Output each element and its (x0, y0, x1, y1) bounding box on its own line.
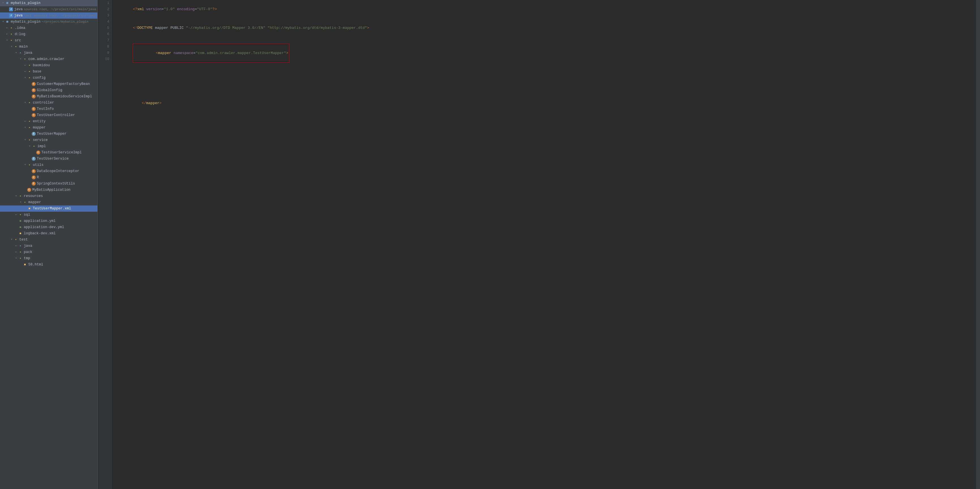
sidebar-item-idea[interactable]: ▪ .idea (0, 25, 97, 31)
code-line-7 (115, 88, 973, 94)
class-icon: C (32, 169, 36, 173)
tree-arrow (1, 19, 5, 25)
sidebar-item-MyBatisBaomidouServiceImpl[interactable]: C MyBatisBaomidouServiceImpl (0, 94, 97, 100)
tree-arrow (14, 50, 18, 56)
folder-icon: ▪ (9, 32, 14, 37)
tree-arrow (10, 44, 14, 49)
folder-icon: ▪ (18, 213, 23, 217)
html-icon: ■ (23, 262, 27, 267)
sidebar-item-MyBatisApplication[interactable]: C MyBatisApplication (0, 187, 97, 193)
sidebar-item-java-test-sources[interactable]: J java test sources root, ~/project/src/… (0, 13, 97, 19)
mapper-label: mapper (33, 125, 46, 130)
code-line-4 (115, 69, 973, 75)
sidebar-item-TestUserServiceImpl[interactable]: C TestUserServiceImpl (0, 149, 97, 156)
sidebar-item-baomidou[interactable]: ▪ baomidou (0, 62, 97, 68)
sidebar-item-test[interactable]: ▪ test (0, 237, 97, 243)
sidebar-item-tmp[interactable]: ▪ tmp (0, 255, 97, 262)
sidebar-item-application-dev-yml[interactable]: ■ application-dev.yml (0, 224, 97, 230)
tree-arrow (23, 125, 27, 130)
sidebar-item-sql[interactable]: ▪ sql (0, 212, 97, 218)
DataScopeInterceptor-label: DataScopeInterceptor (37, 168, 79, 174)
folder-icon: ▪ (27, 138, 32, 142)
sidebar-item-config[interactable]: ▪ config (0, 75, 97, 81)
base-label: base (33, 69, 41, 75)
sidebar-item-GlobalConfig[interactable]: C GlobalConfig (0, 87, 97, 94)
sidebar-item-TestUserController[interactable]: C TestUserController (0, 112, 97, 118)
sidebar-item-src[interactable]: ▪ src (0, 37, 97, 44)
sidebar-item-mapper-res[interactable]: ▪ mapper (0, 199, 97, 205)
sidebar-item-java-sources[interactable]: J java sources root, ~/project/src/main/… (0, 6, 97, 13)
sidebar-item-base[interactable]: ▪ base (0, 68, 97, 75)
xml-val-public: "-//mybatis.org//DTD Mapper 3.0//EN" (186, 26, 266, 30)
sidebar-item-58-html[interactable]: ■ 58.html (0, 262, 97, 268)
sidebar-item-TestUserService[interactable]: I TestUserService (0, 156, 97, 162)
java-test-sources-label: java (14, 13, 23, 18)
tmp-label: tmp (24, 256, 30, 261)
TestUserServiceImpl-label: TestUserServiceImpl (41, 150, 82, 156)
xml-bracket-mapper-close: > (286, 51, 288, 55)
folder-icon: ▪ (18, 256, 23, 260)
sidebar-item-entity[interactable]: ▪ entity (0, 118, 97, 124)
sidebar-item-com-admin-crawler[interactable]: ▪ com.admin.crawler (0, 56, 97, 62)
code-line-9 (115, 113, 973, 119)
yaml-icon: ■ (18, 225, 23, 230)
application-yml-label: application.yml (24, 218, 56, 224)
code-line-6 (115, 81, 973, 88)
idea-label: .idea (15, 25, 25, 31)
TestUserService-label: TestUserService (37, 156, 69, 162)
class-icon: C (32, 95, 36, 98)
sidebar-item-service[interactable]: ▪ service (0, 137, 97, 143)
tree-arrow (14, 243, 18, 249)
sidebar-item-logback-dev-xml[interactable]: ■ logback-dev.xml (0, 230, 97, 237)
sidebar-item-TestUserMapper-xml[interactable]: ■ TestUserMapper.xml (0, 205, 97, 212)
folder-icon: ▪ (27, 69, 32, 74)
sidebar-item-root-module[interactable]: ◼ mybatis_plugin (0, 0, 97, 6)
xml-val-encoding: "UTF-8" (197, 7, 213, 11)
class-icon: C (32, 107, 36, 111)
sidebar-item-R[interactable]: C R (0, 174, 97, 181)
sidebar-item-CustomerMapperFactoryBean[interactable]: C CustomerMapperFactoryBean (0, 81, 97, 87)
folder-icon: ▪ (27, 100, 32, 105)
GlobalConfig-label: GlobalConfig (37, 87, 62, 93)
sidebar-item-java-main[interactable]: ▪ java (0, 50, 97, 56)
folder-icon: ▪ (27, 119, 32, 124)
xml-attr-encoding: encoding (177, 7, 195, 11)
code-area[interactable]: <?xml version="1.0" encoding="UTF-8"?> <… (112, 0, 976, 489)
sidebar-item-mapper[interactable]: ▪ mapper (0, 124, 97, 131)
java-test-sources-detail: test sources root, ~/project/src/test/ja… (24, 13, 98, 18)
MyBatisApplication-label: MyBatisApplication (32, 187, 70, 193)
class-icon: C (32, 88, 36, 92)
sidebar-item-impl[interactable]: ▪ impl (0, 143, 97, 149)
config-label: config (33, 75, 46, 81)
class-icon: C (27, 188, 31, 192)
xml-pi-tag: xml (137, 7, 144, 11)
sidebar-item-resources[interactable]: ▪ resources (0, 193, 97, 199)
sidebar-item-SpringContextUtils[interactable]: C SpringContextUtils (0, 181, 97, 187)
sidebar-item-utils[interactable]: ▪ utils (0, 162, 97, 168)
folder-src-icon: ▪ (18, 244, 23, 248)
sql-label: sql (24, 212, 30, 218)
tree-arrow (14, 256, 18, 261)
sidebar-item-main[interactable]: ▪ main (0, 44, 97, 50)
line-num-6: 6 (100, 31, 109, 37)
sidebar-item-mybatis-plugin[interactable]: ◼ mybatis_plugin ~/project/mybatis_plugi… (0, 19, 97, 25)
sidebar-item-application-yml[interactable]: ■ application.yml (0, 218, 97, 224)
java-sources-detail: sources root, ~/project/src/main/java (24, 6, 96, 12)
xml-bracket-mapper-end: </ (142, 101, 146, 105)
pack-label: pack (24, 249, 32, 255)
line-num-2: 2 (100, 6, 109, 13)
line-num-4: 4 (100, 19, 109, 25)
xml-val-namespace: "com.admin.crawler.mapper.TestUserMapper… (196, 51, 286, 55)
58-html-label: 58.html (28, 262, 43, 267)
sidebar-item-TestInfo[interactable]: C TestInfo (0, 106, 97, 112)
code-line-1: <?xml version="1.0" encoding="UTF-8"?> (115, 0, 973, 19)
sidebar-item-pack[interactable]: ▪ pack (0, 249, 97, 255)
xml-bracket-close: ?> (212, 7, 217, 11)
sidebar-item-dlog[interactable]: ▪ d:log (0, 31, 97, 37)
sidebar-item-java-test[interactable]: ▪ java (0, 243, 97, 249)
sidebar-item-DataScopeInterceptor[interactable]: C DataScopeInterceptor (0, 168, 97, 174)
sidebar-item-controller[interactable]: ▪ controller (0, 100, 97, 106)
tree-arrow (14, 249, 18, 255)
sidebar-item-TestUserMapper[interactable]: I TestUserMapper (0, 131, 97, 137)
folder-icon: ▪ (27, 125, 32, 130)
